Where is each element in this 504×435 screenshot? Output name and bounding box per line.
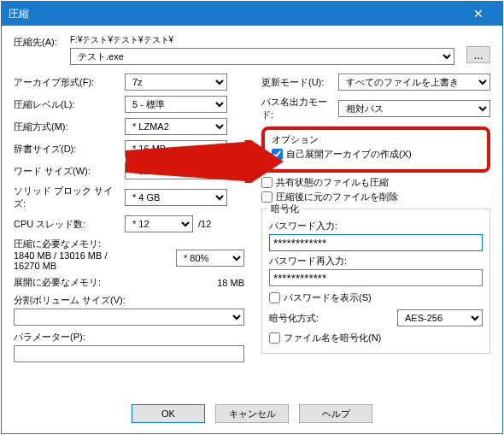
archive-format-label: アーカイブ形式(F): bbox=[14, 76, 125, 89]
compression-method-label: 圧縮方式(M): bbox=[14, 121, 125, 133]
password-confirm-label: パスワード再入力: bbox=[269, 255, 483, 267]
left-column: アーカイブ形式(F): 7z 圧縮レベル(L): 5 - 標準 圧縮方式(M):… bbox=[14, 73, 244, 367]
right-column: 更新モード(U): すべてのファイルを上書き パス名出力モード: 相対パス オプ… bbox=[261, 73, 490, 367]
button-bar: OK キャンセル ヘルプ bbox=[2, 404, 502, 423]
delete-after-checkbox[interactable] bbox=[261, 191, 273, 203]
shared-files-label: 共有状態のファイルも圧縮 bbox=[276, 176, 389, 189]
split-volume-label: 分割ボリューム サイズ(V): bbox=[14, 294, 244, 307]
show-password-checkbox[interactable] bbox=[269, 292, 280, 303]
options-title: オプション bbox=[272, 133, 480, 146]
compression-method-select[interactable]: * LZMA2 bbox=[125, 118, 227, 135]
window-title: 圧縮 bbox=[9, 7, 461, 21]
mem-compress-label: 圧縮に必要なメモリ: bbox=[14, 238, 125, 250]
help-button[interactable]: ヘルプ bbox=[299, 404, 372, 423]
password-label: パスワード入力: bbox=[269, 220, 483, 232]
close-icon[interactable]: ✕ bbox=[461, 2, 495, 26]
encryption-title: 暗号化 bbox=[267, 203, 302, 215]
shared-files-checkbox[interactable] bbox=[261, 177, 273, 188]
browse-button[interactable]: ... bbox=[466, 46, 490, 63]
archive-directory: F:¥テスト¥テスト¥テスト¥ bbox=[70, 34, 461, 46]
titlebar: 圧縮 ✕ bbox=[2, 2, 502, 26]
archive-format-select[interactable]: 7z bbox=[125, 73, 227, 91]
encrypt-filenames-checkbox[interactable] bbox=[269, 332, 280, 344]
ok-button[interactable]: OK bbox=[132, 404, 205, 423]
dictionary-size-label: 辞書サイズ(D): bbox=[14, 143, 125, 156]
mem-decompress-value: 18 MB bbox=[125, 278, 244, 288]
update-mode-label: 更新モード(U): bbox=[261, 76, 338, 89]
update-mode-select[interactable]: すべてのファイルを上書き bbox=[338, 73, 490, 91]
cancel-button[interactable]: キャンセル bbox=[215, 404, 289, 423]
mem-decompress-label: 展開に必要なメモリ: bbox=[14, 276, 125, 289]
password-confirm-input[interactable] bbox=[269, 269, 483, 286]
compression-level-label: 圧縮レベル(L): bbox=[14, 98, 125, 111]
solid-block-size-select[interactable]: * 4 GB bbox=[125, 189, 227, 206]
word-size-label: ワード サイズ(W): bbox=[14, 165, 125, 178]
mem-compress-sub: 1840 MB / 13016 MB / 16270 MB bbox=[14, 250, 125, 271]
path-mode-select[interactable]: 相対パス bbox=[338, 100, 490, 117]
cpu-threads-label: CPU スレッド数: bbox=[14, 218, 125, 231]
password-input[interactable] bbox=[269, 234, 483, 251]
compression-level-select[interactable]: 5 - 標準 bbox=[125, 96, 227, 113]
dictionary-size-select[interactable]: * 16 MB bbox=[125, 140, 227, 157]
delete-after-label: 圧縮後に元のファイルを削除 bbox=[276, 191, 398, 203]
path-mode-label: パス名出力モード: bbox=[261, 96, 338, 121]
parameters-input[interactable] bbox=[14, 345, 244, 362]
solid-block-size-label: ソリッド ブロック サイズ: bbox=[14, 185, 125, 210]
mem-compress-select[interactable]: * 80% bbox=[176, 250, 244, 267]
options-highlight-box: オプション 自己展開アーカイブの作成(X) bbox=[261, 126, 490, 173]
dialog-window: 圧縮 ✕ 圧縮先(A): F:¥テスト¥テスト¥テスト¥ テスト.exe ... bbox=[1, 1, 503, 434]
encryption-method-select[interactable]: AES-256 bbox=[397, 309, 483, 326]
archive-filename-combo[interactable]: テスト.exe bbox=[70, 48, 454, 65]
cpu-threads-select[interactable]: * 12 bbox=[125, 215, 193, 232]
sfx-label: 自己展開アーカイブの作成(X) bbox=[286, 148, 412, 161]
content-area: 圧縮先(A): F:¥テスト¥テスト¥テスト¥ テスト.exe ... アーカイ… bbox=[2, 26, 502, 433]
show-password-label: パスワードを表示(S) bbox=[284, 291, 372, 304]
encrypt-filenames-label: ファイル名を暗号化(N) bbox=[284, 332, 381, 344]
encryption-group: 暗号化 パスワード入力: パスワード再入力: パスワードを表示(S) 暗号化方式… bbox=[261, 209, 490, 354]
word-size-select[interactable]: * 32 bbox=[125, 162, 227, 179]
encryption-method-label: 暗号化方式: bbox=[269, 312, 397, 325]
archive-path-label: 圧縮先(A): bbox=[14, 34, 65, 49]
sfx-checkbox[interactable] bbox=[272, 149, 283, 160]
cpu-threads-max: /12 bbox=[198, 219, 211, 229]
parameters-label: パラメーター(P): bbox=[14, 331, 244, 344]
split-volume-select[interactable] bbox=[14, 309, 244, 326]
